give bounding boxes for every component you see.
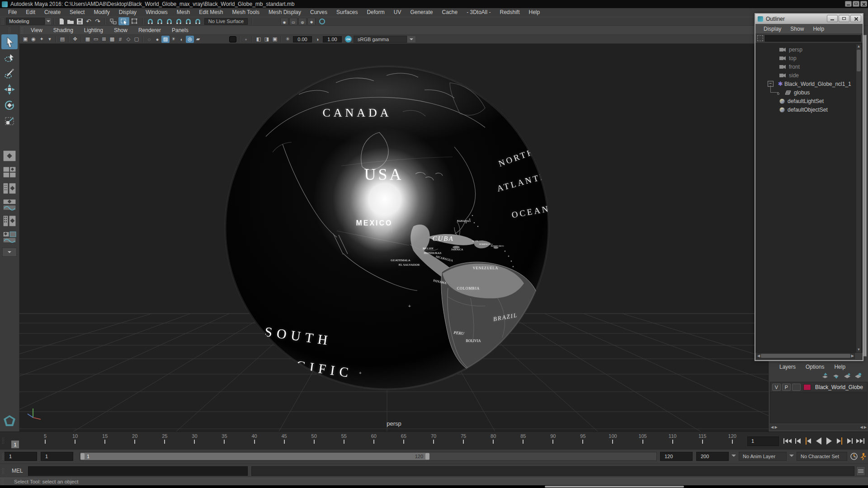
panel-menu-grip[interactable] bbox=[21, 27, 24, 33]
go-to-end-button[interactable] bbox=[855, 436, 865, 446]
character-set-selector[interactable]: No Character Set bbox=[797, 452, 847, 461]
anim-layer-dropdown-arrow[interactable] bbox=[731, 455, 736, 459]
wireframe-icon[interactable]: ◌ bbox=[145, 36, 153, 43]
colorspace-dropdown-arrow[interactable] bbox=[407, 36, 416, 43]
help-line-grip[interactable] bbox=[1, 479, 5, 485]
frame-tick[interactable]: 50 bbox=[308, 433, 321, 447]
separator[interactable] bbox=[142, 36, 143, 42]
menu-item[interactable]: Select bbox=[65, 8, 89, 17]
exposure-icon[interactable]: ✳ bbox=[283, 36, 292, 43]
outliner-item-side[interactable]: side bbox=[755, 71, 863, 80]
lock-camera-icon[interactable]: ◉ bbox=[29, 36, 38, 43]
frame-tick[interactable]: 115 bbox=[696, 433, 709, 447]
range-slider-groove[interactable]: 1 120 bbox=[80, 452, 657, 461]
render-globals-icon[interactable] bbox=[319, 19, 325, 24]
outliner-minimize-button[interactable] bbox=[827, 15, 838, 22]
maximize-button[interactable] bbox=[853, 1, 859, 7]
script-editor-button[interactable] bbox=[856, 466, 865, 476]
command-line-grip[interactable] bbox=[2, 468, 5, 474]
layer-playback-toggle[interactable]: P bbox=[782, 384, 791, 391]
menu-item[interactable]: Mesh bbox=[172, 8, 194, 17]
outliner-close-button[interactable] bbox=[850, 15, 861, 22]
menu-item[interactable]: Help bbox=[524, 8, 545, 17]
frame-tick[interactable]: 100 bbox=[606, 433, 619, 447]
ipr-render-icon[interactable]: ◍ bbox=[298, 18, 307, 25]
playback-end-field[interactable]: 120 bbox=[660, 452, 693, 461]
frame-tick[interactable]: 25 bbox=[158, 433, 171, 447]
menu-item[interactable]: Cache bbox=[437, 8, 462, 17]
outliner-item-front[interactable]: front bbox=[755, 62, 863, 71]
gate-mask-icon[interactable]: ▩ bbox=[108, 36, 116, 43]
outliner-title-bar[interactable]: Outliner bbox=[755, 14, 863, 24]
select-by-object-button[interactable] bbox=[118, 17, 129, 25]
layer-visibility-toggle[interactable]: V bbox=[772, 384, 781, 391]
current-time-field[interactable]: 1 bbox=[747, 436, 779, 446]
menu-item[interactable]: Generate bbox=[406, 8, 437, 17]
lasso-tool-button[interactable] bbox=[1, 50, 18, 65]
time-slider-grip[interactable] bbox=[2, 437, 5, 444]
move-tool-button[interactable] bbox=[1, 82, 18, 97]
range-end-handle[interactable] bbox=[425, 453, 429, 460]
select-tool-button[interactable] bbox=[1, 34, 18, 49]
frame-tick[interactable]: 75 bbox=[457, 433, 470, 447]
separator[interactable] bbox=[68, 36, 69, 42]
single-perspective-layout-button[interactable] bbox=[2, 149, 17, 163]
create-empty-layer-icon[interactable] bbox=[843, 373, 851, 380]
menu-item[interactable]: Display bbox=[114, 8, 141, 17]
resolution-gate-icon[interactable]: ⊞ bbox=[100, 36, 108, 43]
frame-tick[interactable]: 105 bbox=[637, 433, 649, 447]
auto-keyframe-toggle[interactable] bbox=[850, 452, 858, 462]
step-forward-key-button[interactable] bbox=[845, 436, 854, 446]
layout-menu-button[interactable] bbox=[2, 248, 17, 257]
outliner-item-default-light-set[interactable]: defaultLightSet bbox=[755, 97, 863, 105]
range-start-handle[interactable] bbox=[80, 453, 85, 460]
go-to-start-button[interactable] bbox=[783, 436, 792, 446]
frame-tick[interactable]: 80 bbox=[487, 433, 500, 447]
outliner-filter-icon[interactable] bbox=[757, 35, 763, 41]
frame-tick[interactable]: 5 bbox=[39, 433, 52, 447]
isolate-select-icon[interactable]: ▫ bbox=[242, 36, 250, 43]
menu-item[interactable]: - 3DtoAll - bbox=[462, 8, 495, 17]
persp-dope-sheet-layout-button[interactable] bbox=[2, 214, 17, 228]
command-line-language-label[interactable]: MEL bbox=[12, 468, 23, 474]
layer-row[interactable]: V P Black_World_Globe bbox=[770, 382, 867, 392]
step-back-key-button[interactable] bbox=[793, 436, 802, 446]
toolbox-grip[interactable] bbox=[8, 27, 11, 33]
character-set-dropdown-arrow[interactable] bbox=[789, 455, 794, 459]
select-camera-icon[interactable]: ▣ bbox=[21, 36, 29, 43]
outliner-menu-item[interactable]: Display bbox=[759, 26, 786, 32]
menu-item[interactable]: Edit bbox=[21, 8, 40, 17]
textured-icon[interactable]: ▨ bbox=[161, 36, 170, 43]
minimize-button[interactable] bbox=[845, 1, 852, 7]
current-frame-marker[interactable]: 1 bbox=[11, 441, 19, 448]
snap-to-grid[interactable] bbox=[146, 17, 155, 25]
layer-editor-scroll-strip[interactable]: ◀ ▶ ◀ ▶ bbox=[770, 424, 868, 430]
paint-selection-tool-button[interactable] bbox=[1, 66, 18, 81]
grid-icon[interactable]: ▦ bbox=[84, 36, 92, 43]
field-chart-icon[interactable]: # bbox=[116, 36, 124, 43]
playback-range-bar[interactable]: 1 120 bbox=[80, 453, 429, 460]
snap-to-view-plane[interactable] bbox=[184, 17, 193, 25]
layer-editor-menu-item[interactable]: Layers bbox=[774, 364, 801, 370]
animation-start-field[interactable]: 1 bbox=[5, 452, 37, 461]
menu-set-selector[interactable]: Modeling bbox=[6, 18, 45, 25]
outliner-menu-item[interactable]: Show bbox=[786, 26, 808, 32]
separator[interactable] bbox=[281, 36, 282, 42]
outliner-item-globus[interactable]: globus bbox=[755, 88, 863, 97]
render-current-frame-icon[interactable]: ▭ bbox=[289, 18, 297, 25]
save-scene-button[interactable] bbox=[75, 17, 84, 25]
menu-item[interactable]: Redshift bbox=[495, 8, 524, 17]
undo-icon[interactable]: ↶ bbox=[84, 17, 93, 25]
new-scene-button[interactable] bbox=[57, 17, 66, 25]
open-render-view-icon[interactable]: ◉ bbox=[280, 18, 288, 25]
camera-attributes-icon[interactable]: ✦ bbox=[38, 36, 46, 43]
frame-tick[interactable]: 70 bbox=[427, 433, 440, 447]
viewport-canvas[interactable]: CANADA USA MEXICO CUBA NORTH ATLANTIC OC… bbox=[19, 44, 769, 432]
command-input-field[interactable] bbox=[28, 466, 248, 476]
scrollbar-thumb[interactable] bbox=[857, 50, 861, 71]
persp-graph-editor-layout-button[interactable] bbox=[2, 198, 17, 211]
frame-tick[interactable]: 120 bbox=[726, 433, 739, 447]
menu-item[interactable]: Surfaces bbox=[332, 8, 362, 17]
gamma-icon[interactable]: ◑ bbox=[313, 36, 321, 43]
playback-start-field[interactable]: 1 bbox=[41, 452, 73, 461]
